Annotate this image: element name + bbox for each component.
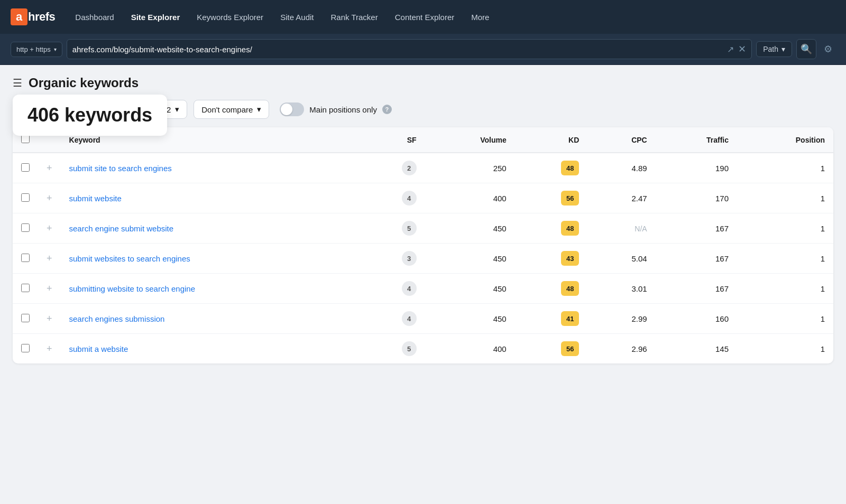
external-link-icon[interactable]: ↗ bbox=[727, 44, 734, 54]
row-traffic: 170 bbox=[656, 183, 737, 213]
row-checkbox[interactable] bbox=[21, 254, 30, 262]
nav-more[interactable]: More bbox=[464, 8, 496, 26]
row-add-cell[interactable]: + bbox=[38, 274, 61, 304]
row-checkbox-cell[interactable] bbox=[13, 153, 38, 183]
row-keyword[interactable]: submit a website bbox=[61, 334, 359, 364]
sf-badge: 4 bbox=[402, 281, 417, 296]
keyword-link[interactable]: submit site to search engines bbox=[69, 164, 172, 173]
logo-text: hrefs bbox=[28, 10, 55, 24]
filter-row: 406 keywords Aug 2022 ▾ Don't compare ▾ … bbox=[13, 100, 833, 119]
compare-selector[interactable]: Don't compare ▾ bbox=[194, 100, 269, 119]
row-cpc: 3.01 bbox=[587, 274, 655, 304]
row-position: 1 bbox=[737, 153, 833, 183]
row-checkbox-cell[interactable] bbox=[13, 213, 38, 244]
main-positions-label: Main positions only bbox=[309, 105, 377, 114]
row-checkbox-cell[interactable] bbox=[13, 334, 38, 364]
search-button[interactable]: 🔍 bbox=[796, 39, 816, 59]
row-checkbox[interactable] bbox=[21, 193, 30, 202]
keyword-link[interactable]: submit websites to search engines bbox=[69, 254, 190, 263]
header-sf[interactable]: SF bbox=[359, 127, 425, 153]
row-checkbox-cell[interactable] bbox=[13, 183, 38, 213]
nav-dashboard[interactable]: Dashboard bbox=[68, 8, 121, 26]
row-traffic: 190 bbox=[656, 153, 737, 183]
row-checkbox-cell[interactable] bbox=[13, 304, 38, 334]
row-position: 1 bbox=[737, 274, 833, 304]
header-cpc[interactable]: CPC bbox=[587, 127, 655, 153]
row-keyword[interactable]: search engines submission bbox=[61, 304, 359, 334]
header-kd[interactable]: KD bbox=[515, 127, 588, 153]
row-keyword[interactable]: submitting website to search engine bbox=[61, 274, 359, 304]
row-sf: 4 bbox=[359, 183, 425, 213]
nav-site-explorer[interactable]: Site Explorer bbox=[124, 8, 188, 26]
row-position: 1 bbox=[737, 244, 833, 274]
url-input-container: ahrefs.com/blog/submit-website-to-search… bbox=[67, 39, 752, 59]
clear-url-icon[interactable]: ✕ bbox=[738, 43, 746, 55]
add-keyword-icon[interactable]: + bbox=[47, 283, 52, 294]
add-keyword-icon[interactable]: + bbox=[47, 223, 52, 234]
sf-badge: 3 bbox=[402, 251, 417, 266]
add-keyword-icon[interactable]: + bbox=[47, 343, 52, 354]
keyword-link[interactable]: submit website bbox=[69, 194, 122, 203]
row-sf: 4 bbox=[359, 304, 425, 334]
row-volume: 250 bbox=[425, 153, 515, 183]
row-keyword[interactable]: search engine submit website bbox=[61, 213, 359, 244]
row-kd: 48 bbox=[515, 153, 588, 183]
nav-keywords-explorer[interactable]: Keywords Explorer bbox=[189, 8, 271, 26]
row-keyword[interactable]: submit websites to search engines bbox=[61, 244, 359, 274]
row-add-cell[interactable]: + bbox=[38, 183, 61, 213]
row-checkbox[interactable] bbox=[21, 284, 30, 292]
row-sf: 4 bbox=[359, 274, 425, 304]
add-keyword-icon[interactable]: + bbox=[47, 253, 52, 264]
header-traffic[interactable]: Traffic bbox=[656, 127, 737, 153]
keywords-table-container: Keyword SF Volume KD CPC Traffic Positio… bbox=[13, 127, 833, 363]
settings-button[interactable]: ⚙ bbox=[821, 40, 835, 58]
nav-links: Dashboard Site Explorer Keywords Explore… bbox=[68, 8, 496, 26]
sf-badge: 5 bbox=[402, 341, 417, 356]
path-selector[interactable]: Path ▾ bbox=[756, 41, 792, 57]
table-row: + submit websites to search engines 3 45… bbox=[13, 244, 833, 274]
row-checkbox[interactable] bbox=[21, 163, 30, 172]
keyword-link[interactable]: search engine submit website bbox=[69, 224, 174, 233]
add-keyword-icon[interactable]: + bbox=[47, 313, 52, 324]
row-checkbox[interactable] bbox=[21, 223, 30, 232]
row-add-cell[interactable]: + bbox=[38, 213, 61, 244]
row-checkbox[interactable] bbox=[21, 344, 30, 352]
main-positions-toggle[interactable] bbox=[280, 102, 304, 116]
select-all-checkbox[interactable] bbox=[21, 135, 30, 143]
keyword-link[interactable]: search engines submission bbox=[69, 314, 165, 323]
row-keyword[interactable]: submit site to search engines bbox=[61, 153, 359, 183]
menu-icon[interactable]: ☰ bbox=[13, 77, 22, 89]
row-checkbox[interactable] bbox=[21, 314, 30, 322]
row-add-cell[interactable]: + bbox=[38, 153, 61, 183]
row-checkbox-cell[interactable] bbox=[13, 244, 38, 274]
header-volume[interactable]: Volume bbox=[425, 127, 515, 153]
row-keyword[interactable]: submit website bbox=[61, 183, 359, 213]
header-position[interactable]: Position bbox=[737, 127, 833, 153]
url-display[interactable]: ahrefs.com/blog/submit-website-to-search… bbox=[72, 45, 723, 54]
row-add-cell[interactable]: + bbox=[38, 334, 61, 364]
row-kd: 56 bbox=[515, 334, 588, 364]
row-checkbox-cell[interactable] bbox=[13, 274, 38, 304]
logo[interactable]: a hrefs bbox=[11, 8, 55, 25]
nav-content-explorer[interactable]: Content Explorer bbox=[388, 8, 462, 26]
row-add-cell[interactable]: + bbox=[38, 244, 61, 274]
url-bar: http + https ▾ ahrefs.com/blog/submit-we… bbox=[0, 34, 846, 65]
cpc-value: 3.01 bbox=[631, 284, 647, 293]
cpc-value: 2.96 bbox=[631, 344, 647, 353]
row-add-cell[interactable]: + bbox=[38, 304, 61, 334]
kd-badge: 41 bbox=[561, 311, 579, 326]
nav-site-audit[interactable]: Site Audit bbox=[273, 8, 321, 26]
kd-badge: 56 bbox=[561, 341, 579, 356]
cpc-value: 2.99 bbox=[631, 314, 647, 323]
protocol-selector[interactable]: http + https ▾ bbox=[11, 42, 62, 57]
row-kd: 41 bbox=[515, 304, 588, 334]
nav-rank-tracker[interactable]: Rank Tracker bbox=[324, 8, 385, 26]
main-positions-help-icon[interactable]: ? bbox=[382, 105, 392, 114]
keyword-link[interactable]: submit a website bbox=[69, 344, 128, 353]
add-keyword-icon[interactable]: + bbox=[47, 193, 52, 203]
sf-badge: 2 bbox=[402, 161, 417, 175]
add-keyword-icon[interactable]: + bbox=[47, 163, 52, 173]
keyword-link[interactable]: submitting website to search engine bbox=[69, 284, 195, 293]
main-positions-toggle-group: Main positions only ? bbox=[280, 102, 392, 116]
keywords-badge: 406 keywords bbox=[13, 95, 167, 136]
